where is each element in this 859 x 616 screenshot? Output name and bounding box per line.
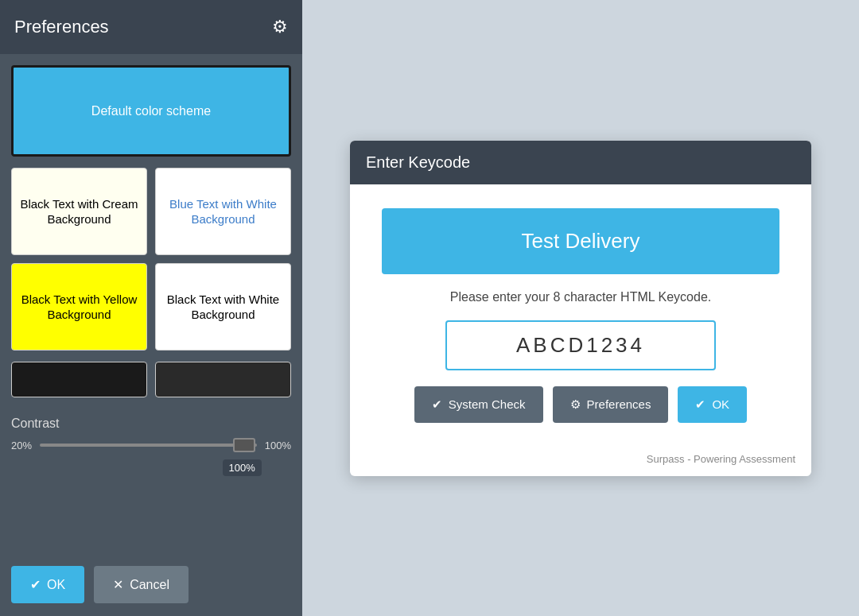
- color-option-yellow[interactable]: Black Text with Yellow Background: [11, 263, 147, 351]
- cancel-label: Cancel: [130, 578, 169, 592]
- dialog-footer: Surpass - Powering Assessment: [350, 447, 811, 476]
- slider-tooltip: 100%: [223, 459, 262, 476]
- color-option-dark-1[interactable]: [11, 362, 147, 397]
- color-option-black-white[interactable]: Black Text with White Background: [155, 263, 291, 351]
- ok-button[interactable]: ✔ OK: [11, 566, 84, 603]
- default-color-scheme[interactable]: Default color scheme: [11, 65, 291, 157]
- dialog-actions: ✔ System Check ⚙ Preferences ✔ OK: [414, 386, 747, 423]
- dark-options-grid: [11, 362, 291, 397]
- dialog-overlay: Enter Keycode Test Delivery Please enter…: [302, 0, 859, 616]
- preferences-label: Preferences: [587, 397, 651, 411]
- gear-icon-panel[interactable]: ⚙: [272, 17, 288, 37]
- panel-title: Preferences: [14, 17, 109, 37]
- color-options-grid: Black Text with Cream Background Blue Te…: [11, 168, 291, 351]
- dialog-body: Test Delivery Please enter your 8 charac…: [350, 184, 811, 447]
- system-check-icon: ✔: [432, 397, 442, 412]
- preferences-gear-icon: ⚙: [570, 397, 581, 412]
- contrast-row: 20% 100% 100%: [11, 437, 291, 453]
- dialog-ok-icon: ✔: [695, 397, 705, 412]
- cancel-button[interactable]: ✕ Cancel: [94, 566, 189, 603]
- keycode-input[interactable]: [463, 333, 698, 358]
- dialog-ok-button[interactable]: ✔ OK: [678, 386, 747, 423]
- system-check-button[interactable]: ✔ System Check: [414, 386, 543, 423]
- color-option-dark-2[interactable]: [155, 362, 291, 397]
- dialog-footer-text: Surpass - Powering Assessment: [647, 453, 795, 465]
- contrast-section: Contrast 20% 100% 100%: [11, 409, 291, 466]
- contrast-min: 20%: [11, 440, 32, 451]
- keycode-input-wrapper: [445, 320, 716, 370]
- contrast-slider-container[interactable]: 100%: [40, 437, 257, 453]
- enter-keycode-dialog: Enter Keycode Test Delivery Please enter…: [350, 141, 811, 476]
- dialog-title: Enter Keycode: [366, 153, 470, 171]
- cancel-cross-icon: ✕: [113, 577, 123, 592]
- contrast-label: Contrast: [11, 416, 291, 431]
- ok-label: OK: [47, 578, 65, 592]
- contrast-max: 100%: [265, 440, 291, 451]
- slider-thumb[interactable]: 100%: [233, 438, 255, 452]
- panel-body: Default color scheme Black Text with Cre…: [0, 54, 302, 553]
- dialog-header: Enter Keycode: [350, 141, 811, 184]
- preferences-button[interactable]: ⚙ Preferences: [553, 386, 669, 423]
- color-option-cream[interactable]: Black Text with Cream Background: [11, 168, 147, 255]
- system-check-label: System Check: [449, 397, 526, 411]
- color-option-blue-white[interactable]: Blue Text with White Background: [155, 168, 291, 255]
- panel-header: Preferences ⚙: [0, 0, 302, 54]
- left-panel: Preferences ⚙ Default color scheme Black…: [0, 0, 302, 616]
- panel-footer: ✔ OK ✕ Cancel: [0, 553, 302, 616]
- ok-check-icon: ✔: [30, 577, 41, 592]
- dialog-instruction: Please enter your 8 character HTML Keyco…: [450, 290, 711, 304]
- dialog-ok-label: OK: [712, 397, 729, 411]
- dialog-banner: Test Delivery: [382, 208, 779, 274]
- slider-track: 100%: [40, 444, 257, 447]
